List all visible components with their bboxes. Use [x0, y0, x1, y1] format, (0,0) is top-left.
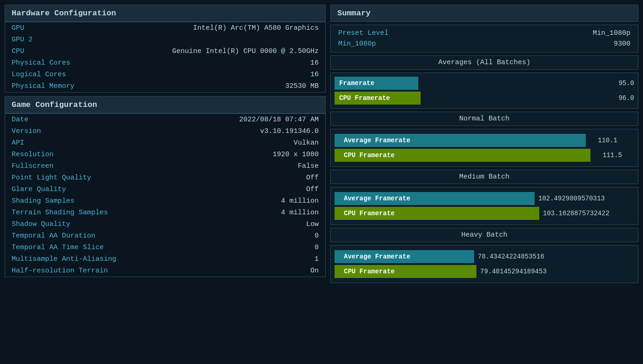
- terrain-shading-row: Terrain Shading Samples 4 million: [5, 207, 325, 218]
- normal-avg-label: Average Framerate: [339, 135, 415, 146]
- cpu-value: Genuine Intel(R) CPU 0000 @ 2.50GHz: [108, 46, 325, 57]
- normal-batch-section: Average Framerate 110.1 CPU Framerate 11…: [330, 129, 638, 167]
- version-value: v3.10.191346.0: [184, 126, 325, 137]
- cpu-row: CPU Genuine Intel(R) CPU 0000 @ 2.50GHz: [5, 46, 325, 57]
- heavy-avg-value: 78.43424224853516: [478, 253, 544, 260]
- avg-cpu-framerate-bar: CPU Framerate: [335, 92, 421, 105]
- game-table: Date 2022/08/18 07:47 AM Version v3.10.1…: [5, 114, 325, 277]
- physical-memory-label: Physical Memory: [5, 80, 108, 92]
- shading-samples-value: 4 million: [184, 195, 325, 207]
- gpu2-row: GPU 2: [5, 34, 325, 46]
- min1080p-label: Min_1080p: [338, 40, 376, 48]
- averages-section: Framerate 95.0 CPU Framerate 96.0: [330, 73, 638, 109]
- terrain-shading-value: 4 million: [184, 207, 325, 218]
- point-light-quality-value: Off: [184, 172, 325, 184]
- avg-framerate-value: 95.0: [618, 79, 634, 87]
- avg-framerate-row: Framerate 95.0: [335, 77, 634, 90]
- date-value: 2022/08/18 07:47 AM: [184, 114, 325, 126]
- temporal-aa-duration-label: Temporal AA Duration: [5, 230, 184, 242]
- heavy-batch-header: Heavy Batch: [330, 228, 638, 242]
- gpu-row: GPU Intel(R) Arc(TM) A580 Graphics: [5, 22, 325, 34]
- normal-avg-row: Average Framerate 110.1: [335, 134, 634, 147]
- medium-avg-value: 102.49298​09570313: [538, 195, 605, 202]
- heavy-avg-bar: Average Framerate: [335, 250, 474, 263]
- shadow-quality-value: Low: [184, 218, 325, 230]
- point-light-quality-label: Point Light Quality: [5, 172, 184, 184]
- shading-samples-row: Shading Samples 4 million: [5, 195, 325, 207]
- api-value: Vulkan: [184, 137, 325, 149]
- half-res-terrain-value: On: [184, 265, 325, 277]
- cpu-label: CPU: [5, 46, 108, 57]
- msaa-row: Multisample Anti-Aliasing 1: [5, 253, 325, 265]
- point-light-quality-row: Point Light Quality Off: [5, 172, 325, 184]
- normal-avg-value: 110.1: [589, 137, 617, 144]
- normal-cpu-value: 111.5: [594, 152, 622, 159]
- heavy-cpu-value: 79.48145294189453: [480, 268, 547, 275]
- medium-cpu-bar: CPU Framerate: [335, 207, 539, 220]
- min1080p-value: 9300: [614, 40, 630, 48]
- avg-cpu-framerate-value: 96.0: [618, 94, 634, 102]
- hardware-section: Hardware Configuration GPU Intel(R) Arc(…: [5, 5, 326, 93]
- preset-box: Preset Level Min_1080p Min_1080p 9300: [330, 25, 638, 53]
- resolution-label: Resolution: [5, 149, 184, 160]
- game-title: Game Configuration: [5, 96, 326, 113]
- gpu-value: Intel(R) Arc(TM) A580 Graphics: [108, 22, 325, 34]
- medium-cpu-row: CPU Framerate 103.16288​75732422: [335, 207, 634, 220]
- physical-cores-value: 16: [108, 57, 325, 69]
- gpu2-value: [108, 34, 325, 46]
- temporal-aa-timeslice-label: Temporal AA Time Slice: [5, 242, 184, 253]
- glare-quality-row: Glare Quality Off: [5, 184, 325, 195]
- normal-cpu-row: CPU Framerate 111.5: [335, 149, 634, 162]
- gpu-label: GPU: [5, 22, 108, 34]
- heavy-avg-row: Average Framerate 78.43424224853516: [335, 250, 634, 263]
- medium-avg-label: Average Framerate: [339, 193, 415, 204]
- hardware-title: Hardware Configuration: [5, 5, 326, 22]
- shadow-quality-label: Shadow Quality: [5, 218, 184, 230]
- api-label: API: [5, 137, 184, 149]
- fullscreen-value: False: [184, 160, 325, 172]
- resolution-value: 1920 x 1080: [184, 149, 325, 160]
- api-row: API Vulkan: [5, 137, 325, 149]
- min1080p-row: Min_1080p 9300: [335, 39, 633, 49]
- terrain-shading-label: Terrain Shading Samples: [5, 207, 184, 218]
- medium-cpu-label: CPU Framerate: [339, 208, 399, 219]
- medium-cpu-value: 103.16288​75732422: [543, 210, 610, 217]
- logical-cores-label: Logical Cores: [5, 69, 108, 80]
- temporal-aa-timeslice-value: 0: [184, 242, 325, 253]
- version-row: Version v3.10.191346.0: [5, 126, 325, 137]
- right-panel: Summary Preset Level Min_1080p Min_1080p…: [330, 5, 638, 359]
- medium-batch-section: Average Framerate 102.49298​09570313 CPU…: [330, 187, 638, 225]
- medium-batch-header: Medium Batch: [330, 170, 638, 184]
- shading-samples-label: Shading Samples: [5, 195, 184, 207]
- heavy-cpu-label: CPU Framerate: [339, 266, 399, 277]
- medium-avg-bar: Average Framerate: [335, 192, 535, 205]
- avg-cpu-framerate-label: CPU Framerate: [339, 94, 390, 102]
- temporal-aa-duration-value: 0: [184, 230, 325, 242]
- avg-cpu-framerate-row: CPU Framerate 96.0: [335, 92, 634, 105]
- physical-memory-row: Physical Memory 32530 MB: [5, 80, 325, 92]
- physical-memory-value: 32530 MB: [108, 80, 325, 92]
- preset-level-label: Preset Level: [338, 29, 388, 37]
- logical-cores-value: 16: [108, 69, 325, 80]
- averages-header: Averages (All Batches): [330, 55, 638, 70]
- version-label: Version: [5, 126, 184, 137]
- avg-framerate-label: Framerate: [339, 79, 375, 87]
- half-res-terrain-row: Half-resolution Terrain On: [5, 265, 325, 277]
- heavy-batch-section: Average Framerate 78.43424224853516 CPU …: [330, 245, 638, 283]
- date-row: Date 2022/08/18 07:47 AM: [5, 114, 325, 126]
- normal-avg-bar: Average Framerate: [335, 134, 586, 147]
- temporal-aa-duration-row: Temporal AA Duration 0: [5, 230, 325, 242]
- normal-batch-header: Normal Batch: [330, 112, 638, 126]
- logical-cores-row: Logical Cores 16: [5, 69, 325, 80]
- normal-cpu-label: CPU Framerate: [339, 150, 399, 161]
- shadow-quality-row: Shadow Quality Low: [5, 218, 325, 230]
- fullscreen-label: Fullscreen: [5, 160, 184, 172]
- gpu2-label: GPU 2: [5, 34, 108, 46]
- hardware-table: GPU Intel(R) Arc(TM) A580 Graphics GPU 2…: [5, 22, 325, 92]
- normal-cpu-bar: CPU Framerate: [335, 149, 590, 162]
- game-section: Game Configuration Date 2022/08/18 07:47…: [5, 96, 326, 277]
- preset-level-value: Min_1080p: [593, 29, 630, 37]
- msaa-value: 1: [184, 253, 325, 265]
- temporal-aa-timeslice-row: Temporal AA Time Slice 0: [5, 242, 325, 253]
- avg-framerate-bar: Framerate: [335, 77, 418, 90]
